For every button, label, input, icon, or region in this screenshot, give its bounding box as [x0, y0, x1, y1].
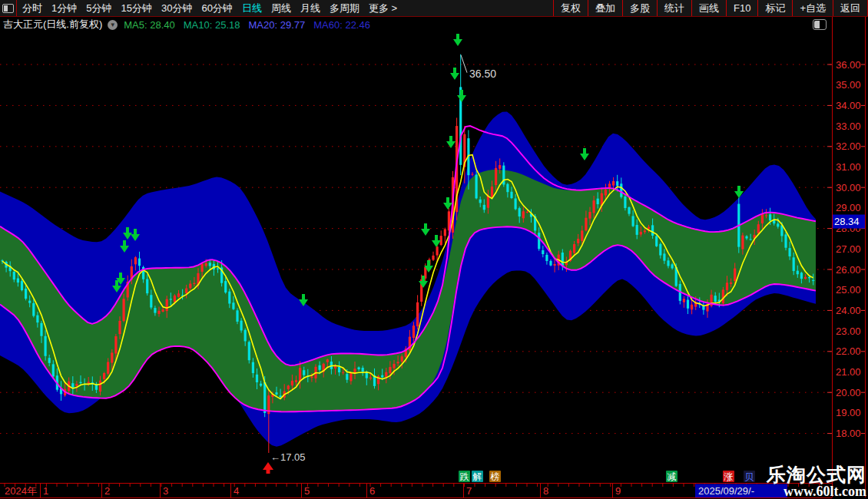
signal-down-arrow-icon — [453, 34, 462, 46]
ma-values: MA5: 28.40MA10: 25.18MA20: 29.77MA60: 22… — [124, 19, 379, 31]
month-label: 2 — [104, 485, 110, 497]
toolbar-item-7[interactable]: 周线 — [271, 2, 291, 15]
month-label: 3 — [163, 485, 168, 497]
month-label: 2024年 — [5, 485, 37, 497]
current-date-label: 2025/09/29/- — [698, 485, 754, 497]
low-price-label: ←17.05 — [270, 451, 306, 463]
candles — [1, 55, 814, 453]
month-label: 8 — [543, 485, 548, 497]
last-price-badge-value: 28.34 — [834, 216, 860, 227]
toolbar-action-1[interactable]: 叠加 — [588, 0, 622, 16]
price-tick-label: 24.00 — [836, 305, 861, 316]
signal-down-arrow-icon — [116, 273, 125, 285]
toolbar-item-6[interactable]: 日线 — [242, 2, 262, 15]
peak-price-label: 36.50 — [469, 68, 496, 80]
inner-band — [0, 170, 816, 411]
signal-down-arrow-icon — [123, 227, 132, 240]
signal-down-arrow-icon — [419, 276, 428, 288]
toolbar-item-10[interactable]: 更多 > — [369, 2, 397, 15]
toolbar-action-3[interactable]: 统计 — [657, 0, 691, 16]
price-axis: 36.0035.0034.0033.0032.0031.0030.0029.00… — [827, 17, 866, 497]
watermark-site-name: 乐淘公式网 — [767, 464, 866, 484]
toolbar-action-4[interactable]: 画线 — [691, 0, 726, 16]
month-label: 4 — [234, 485, 239, 497]
date-axis: 2024年1234567892025/09/29/- — [0, 483, 832, 498]
event-badge[interactable] — [459, 471, 470, 482]
signal-down-arrow-icon — [421, 223, 430, 236]
toolbar-item-1[interactable]: 1分钟 — [51, 2, 77, 15]
price-tick-label: 21.00 — [836, 366, 861, 378]
toolbar-item-2[interactable]: 5分钟 — [86, 2, 111, 15]
upper-channel-line — [0, 126, 816, 365]
price-gridlines — [0, 64, 832, 434]
panel-split-icon[interactable] — [813, 19, 827, 30]
price-tick-label: 35.00 — [836, 79, 861, 91]
toolbar-action-8[interactable]: 返回 — [833, 0, 868, 16]
price-tick-label: 36.00 — [836, 59, 861, 71]
signal-down-arrow-icon — [432, 235, 441, 247]
event-badge[interactable] — [666, 471, 678, 482]
signal-down-arrow-icon — [120, 240, 129, 253]
month-label: 9 — [615, 485, 621, 497]
top-toolbar: 分时1分钟5分钟15分钟30分钟60分钟日线周线月线多周期更多 > 复权叠加多股… — [0, 0, 868, 17]
signal-down-arrow-icon — [443, 197, 452, 210]
last-price-badge — [833, 215, 865, 229]
toolbar-action-6[interactable]: 标记 — [757, 0, 792, 16]
toolbar-right-items: 复权叠加多股统计画线F10标记+自选返回 — [553, 0, 868, 16]
price-tick-label: 18.00 — [836, 428, 861, 439]
stock-title: 吉大正元(日线.前复权) — [3, 18, 102, 31]
price-tick-label: 29.00 — [836, 202, 861, 213]
chart-header: 吉大正元(日线.前复权) ▼ MA5: 28.40MA10: 25.18MA20… — [0, 17, 868, 32]
price-tick-label: 19.00 — [836, 407, 861, 418]
ma-value-3: MA60: 22.46 — [313, 19, 370, 31]
toolbar-item-9[interactable]: 多周期 — [330, 2, 359, 15]
event-badge[interactable] — [723, 471, 734, 482]
price-tick-label: 26.00 — [836, 264, 861, 276]
toolbar-action-7[interactable]: +自选 — [792, 0, 833, 16]
event-badges: 跌解榜减涨贝 — [459, 471, 755, 482]
price-tick-label: 22.00 — [836, 345, 861, 357]
price-tick-label: 25.00 — [836, 284, 861, 296]
signal-down-arrow-icon — [131, 229, 140, 241]
month-label: 5 — [304, 485, 310, 497]
annotations: 36.50←17.05 — [270, 55, 496, 463]
signal-down-arrow-icon — [424, 260, 433, 273]
lower-channel-line — [0, 226, 816, 411]
toolbar-action-5[interactable]: F10 — [726, 0, 757, 16]
outer-band — [0, 112, 816, 447]
watermark: 乐淘公式网 www.60lt.com — [767, 464, 866, 499]
toolbar-item-5[interactable]: 60分钟 — [201, 2, 232, 15]
toolbar-item-0[interactable]: 分时 — [22, 2, 42, 15]
month-label: 7 — [466, 485, 472, 497]
event-badge[interactable] — [744, 471, 755, 482]
buy-up-arrow-icon — [263, 462, 273, 474]
signal-down-arrow-icon — [450, 68, 459, 80]
month-label: 6 — [369, 485, 375, 497]
toolbar-item-4[interactable]: 30分钟 — [161, 2, 192, 15]
signal-down-arrow-icon — [580, 148, 589, 160]
ma-line-yellow — [2, 155, 813, 399]
price-tick-label: 34.00 — [836, 100, 861, 111]
signal-down-arrow-icon — [734, 186, 744, 198]
price-tick-label: 28.00 — [836, 223, 861, 234]
toolbar-action-0[interactable]: 复权 — [553, 0, 588, 16]
ma-value-1: MA10: 25.18 — [184, 19, 240, 31]
price-tick-label: 32.00 — [836, 140, 861, 152]
window-layout-icon[interactable] — [0, 0, 17, 16]
price-tick-label: 23.00 — [836, 326, 861, 337]
price-tick-label: 30.00 — [836, 182, 861, 193]
chevron-down-icon[interactable]: ▼ — [108, 20, 118, 30]
event-badge[interactable] — [472, 471, 483, 482]
event-badge[interactable] — [489, 471, 501, 482]
signal-down-arrow-icon — [112, 280, 121, 292]
price-tick-label: 20.00 — [836, 387, 861, 398]
toolbar-action-2[interactable]: 多股 — [622, 0, 657, 16]
toolbar-item-8[interactable]: 月线 — [300, 2, 320, 15]
signal-arrows — [112, 34, 744, 306]
month-label: 1 — [43, 485, 48, 497]
signal-down-arrow-icon — [457, 90, 466, 102]
toolbar-item-3[interactable]: 15分钟 — [121, 2, 151, 15]
price-tick-label: 33.00 — [836, 121, 861, 132]
price-tick-label: 27.00 — [836, 243, 861, 255]
watermark-site-url: www.60lt.com — [767, 484, 866, 499]
